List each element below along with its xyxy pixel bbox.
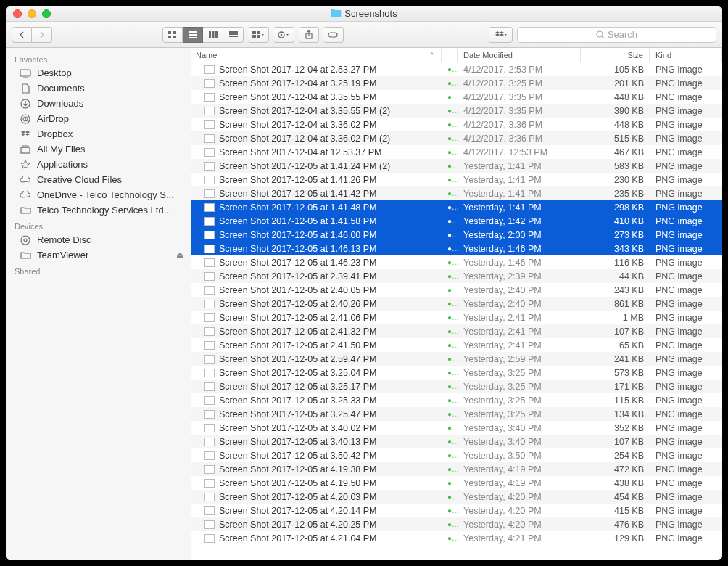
file-row[interactable]: Screen Shot 2017-12-04 at 3.36.02 PM●4/1…: [191, 118, 722, 131]
file-row[interactable]: Screen Shot 2017-12-05 at 2.39.41 PM●Yes…: [191, 269, 722, 283]
file-icon: [204, 520, 215, 529]
sidebar-item[interactable]: AirDrop: [6, 111, 191, 126]
dropbox-toolbar-button[interactable]: [489, 27, 513, 43]
column-date[interactable]: Date Modified: [458, 48, 581, 62]
file-row[interactable]: Screen Shot 2017-12-04 at 3.35.55 PM●4/1…: [191, 90, 722, 104]
file-row[interactable]: Screen Shot 2017-12-05 at 3.40.13 PM●Yes…: [191, 435, 722, 448]
file-name: Screen Shot 2017-12-05 at 4.19.50 PM: [219, 478, 377, 488]
file-row[interactable]: Screen Shot 2017-12-05 at 4.21.04 PM●Yes…: [191, 531, 722, 545]
file-row[interactable]: Screen Shot 2017-12-05 at 2.40.26 PM●Yes…: [191, 297, 722, 311]
file-name: Screen Shot 2017-12-04 at 3.36.02 PM (2): [219, 134, 390, 144]
view-icon-button[interactable]: [162, 27, 183, 43]
file-row[interactable]: Screen Shot 2017-12-05 at 2.41.50 PM●Yes…: [191, 338, 722, 352]
sidebar-item[interactable]: Telco Technology Services Ltd...: [6, 202, 191, 218]
file-row[interactable]: Screen Shot 2017-12-05 at 1.41.42 PM●Yes…: [191, 186, 722, 200]
sidebar-item[interactable]: TeamViewer⏏: [6, 247, 191, 263]
file-row[interactable]: Screen Shot 2017-12-04 at 3.36.02 PM (2)…: [191, 131, 722, 145]
eject-icon[interactable]: ⏏: [176, 250, 183, 260]
folder-icon: [331, 10, 341, 17]
arrange-button[interactable]: [248, 27, 269, 43]
file-name: Screen Shot 2017-12-05 at 3.40.13 PM: [219, 437, 377, 447]
file-size: 467 KB: [581, 147, 650, 157]
file-kind: PNG image: [650, 65, 722, 75]
sidebar-item[interactable]: OneDrive - Telco Technology S...: [6, 187, 191, 202]
file-icon: [204, 465, 215, 474]
sync-status-icon: ●: [442, 313, 458, 321]
column-size[interactable]: Size: [581, 48, 650, 62]
file-date: 4/12/2017, 12:53 PM: [458, 147, 581, 157]
file-kind: PNG image: [650, 216, 722, 226]
file-size: 390 KB: [581, 106, 650, 116]
file-row[interactable]: Screen Shot 2017-12-05 at 3.25.33 PM●Yes…: [191, 393, 722, 407]
file-row[interactable]: Screen Shot 2017-12-04 at 3.25.19 PM●4/1…: [191, 76, 722, 90]
svg-rect-3: [173, 36, 176, 38]
zoom-button[interactable]: [42, 9, 51, 18]
sidebar-item[interactable]: Dropbox: [6, 126, 191, 142]
file-row[interactable]: Screen Shot 2017-12-04 at 12.53.37 PM●4/…: [191, 145, 722, 159]
file-row[interactable]: Screen Shot 2017-12-05 at 4.20.14 PM●Yes…: [191, 504, 722, 517]
file-date: Yesterday, 4:20 PM: [458, 506, 581, 516]
svg-rect-6: [189, 37, 197, 38]
file-row[interactable]: Screen Shot 2017-12-05 at 4.20.03 PM●Yes…: [191, 490, 722, 504]
file-row[interactable]: Screen Shot 2017-12-05 at 2.59.47 PM●Yes…: [191, 352, 722, 366]
file-name: Screen Shot 2017-12-04 at 2.53.27 PM: [219, 65, 377, 75]
file-row[interactable]: Screen Shot 2017-12-05 at 3.25.04 PM●Yes…: [191, 366, 722, 380]
file-date: Yesterday, 1:41 PM: [458, 189, 581, 199]
file-kind: PNG image: [650, 451, 722, 461]
share-button[interactable]: [299, 27, 319, 43]
sidebar-item[interactable]: Applications: [6, 157, 191, 172]
file-row[interactable]: Screen Shot 2017-12-05 at 2.41.06 PM●Yes…: [191, 311, 722, 324]
file-kind: PNG image: [650, 313, 722, 323]
file-row[interactable]: Screen Shot 2017-12-05 at 3.25.17 PM●Yes…: [191, 380, 722, 393]
file-name: Screen Shot 2017-12-05 at 2.40.05 PM: [219, 285, 377, 295]
column-kind[interactable]: Kind: [650, 48, 722, 62]
file-icon: [204, 410, 215, 419]
file-row[interactable]: Screen Shot 2017-12-05 at 1.46.00 PM●Yes…: [191, 228, 722, 242]
sidebar-item[interactable]: Downloads: [6, 96, 191, 111]
sync-status-icon: ●: [442, 65, 458, 73]
titlebar[interactable]: Screenshots: [6, 6, 722, 22]
file-row[interactable]: Screen Shot 2017-12-05 at 1.46.23 PM●Yes…: [191, 255, 722, 269]
sync-status-icon: ●: [442, 396, 458, 404]
search-input[interactable]: Search: [517, 27, 716, 43]
file-row[interactable]: Screen Shot 2017-12-05 at 2.40.05 PM●Yes…: [191, 283, 722, 297]
file-row[interactable]: Screen Shot 2017-12-05 at 1.41.58 PM●Yes…: [191, 214, 722, 228]
file-size: 438 KB: [581, 478, 650, 488]
minimize-button[interactable]: [28, 9, 36, 18]
action-button[interactable]: [273, 27, 294, 43]
file-icon: [204, 451, 215, 460]
back-button[interactable]: [12, 27, 32, 43]
file-row[interactable]: Screen Shot 2017-12-04 at 2.53.27 PM●4/1…: [191, 62, 722, 76]
file-date: Yesterday, 3:25 PM: [458, 409, 581, 419]
tags-button[interactable]: [323, 27, 344, 43]
sidebar-item[interactable]: Remote Disc: [6, 232, 191, 247]
view-column-button[interactable]: [203, 27, 223, 43]
file-row[interactable]: Screen Shot 2017-12-05 at 3.25.47 PM●Yes…: [191, 407, 722, 421]
sidebar-item[interactable]: All My Files: [6, 142, 191, 157]
file-row[interactable]: Screen Shot 2017-12-05 at 1.41.26 PM●Yes…: [191, 173, 722, 186]
file-kind: PNG image: [650, 189, 722, 199]
sidebar-item[interactable]: Creative Cloud Files: [6, 172, 191, 187]
file-row[interactable]: Screen Shot 2017-12-04 at 3.35.55 PM (2)…: [191, 104, 722, 118]
file-size: 171 KB: [581, 382, 650, 392]
sidebar-section-header: Favorites: [6, 51, 191, 65]
file-row[interactable]: Screen Shot 2017-12-05 at 1.41.24 PM (2)…: [191, 159, 722, 173]
file-row[interactable]: Screen Shot 2017-12-05 at 4.19.38 PM●Yes…: [191, 462, 722, 476]
file-row[interactable]: Screen Shot 2017-12-05 at 3.40.02 PM●Yes…: [191, 421, 722, 435]
sidebar-item[interactable]: Documents: [6, 81, 191, 96]
file-row[interactable]: Screen Shot 2017-12-05 at 4.20.25 PM●Yes…: [191, 517, 722, 531]
file-row[interactable]: Screen Shot 2017-12-05 at 3.50.42 PM●Yes…: [191, 448, 722, 462]
file-row[interactable]: Screen Shot 2017-12-05 at 1.46.13 PM●Yes…: [191, 242, 722, 255]
view-coverflow-button[interactable]: [223, 27, 244, 43]
view-list-button[interactable]: [183, 27, 203, 43]
file-row[interactable]: Screen Shot 2017-12-05 at 1.41.48 PM●Yes…: [191, 200, 722, 214]
forward-button[interactable]: [32, 27, 52, 43]
file-date: 4/12/2017, 3:36 PM: [458, 134, 581, 144]
close-button[interactable]: [13, 9, 22, 18]
file-rows[interactable]: Screen Shot 2017-12-04 at 2.53.27 PM●4/1…: [191, 62, 722, 560]
file-row[interactable]: Screen Shot 2017-12-05 at 4.19.50 PM●Yes…: [191, 476, 722, 490]
column-name[interactable]: Name⌃: [191, 48, 442, 62]
sidebar-item[interactable]: Desktop: [6, 65, 191, 81]
sync-status-icon: ●: [442, 479, 458, 487]
file-row[interactable]: Screen Shot 2017-12-05 at 2.41.32 PM●Yes…: [191, 324, 722, 338]
